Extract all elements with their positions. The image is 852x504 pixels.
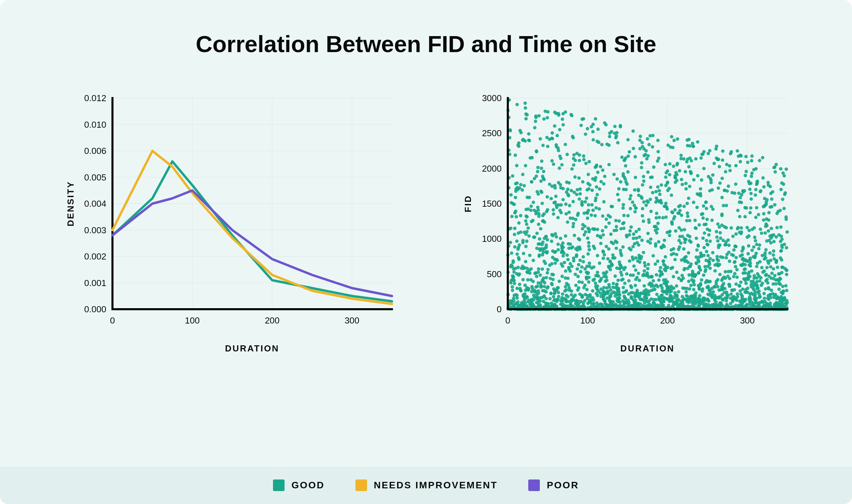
svg-point-1793 bbox=[533, 126, 536, 129]
svg-point-2772 bbox=[652, 301, 655, 304]
svg-point-1355 bbox=[780, 271, 783, 274]
svg-point-289 bbox=[677, 277, 681, 280]
svg-point-920 bbox=[727, 270, 730, 273]
svg-point-397 bbox=[754, 188, 758, 191]
svg-point-102 bbox=[585, 288, 589, 291]
svg-point-3048 bbox=[779, 304, 782, 308]
svg-point-2647 bbox=[644, 153, 647, 156]
svg-point-2390 bbox=[752, 168, 756, 171]
svg-point-2652 bbox=[608, 285, 611, 289]
svg-point-1639 bbox=[764, 200, 768, 204]
svg-point-607 bbox=[657, 189, 661, 192]
svg-point-2002 bbox=[664, 184, 668, 187]
svg-point-2789 bbox=[576, 246, 580, 249]
svg-point-1199 bbox=[678, 169, 681, 173]
svg-point-3028 bbox=[657, 298, 660, 301]
svg-point-1224 bbox=[582, 117, 585, 121]
svg-point-1592 bbox=[555, 300, 559, 303]
svg-point-1014 bbox=[773, 257, 776, 261]
svg-point-1258 bbox=[759, 227, 762, 231]
svg-point-2754 bbox=[567, 286, 571, 290]
svg-point-1449 bbox=[645, 199, 649, 203]
svg-point-2032 bbox=[750, 159, 753, 162]
svg-point-1954 bbox=[769, 259, 772, 262]
svg-point-1818 bbox=[619, 264, 622, 267]
svg-point-2693 bbox=[736, 295, 739, 299]
svg-point-2888 bbox=[591, 289, 594, 293]
svg-point-2779 bbox=[592, 138, 595, 142]
svg-point-2182 bbox=[573, 175, 577, 179]
svg-point-2521 bbox=[691, 295, 694, 298]
svg-point-2268 bbox=[512, 275, 515, 278]
svg-point-2859 bbox=[697, 244, 700, 248]
svg-point-2794 bbox=[782, 174, 786, 177]
svg-point-2156 bbox=[521, 265, 524, 268]
svg-point-2157 bbox=[592, 302, 595, 305]
svg-point-1807 bbox=[675, 271, 679, 274]
svg-point-1317 bbox=[739, 160, 742, 163]
svg-point-2891 bbox=[617, 300, 620, 303]
svg-point-720 bbox=[585, 188, 589, 192]
svg-point-1167 bbox=[564, 234, 567, 238]
svg-point-2635 bbox=[683, 228, 686, 232]
svg-point-2995 bbox=[623, 175, 626, 179]
svg-point-2405 bbox=[624, 188, 628, 191]
svg-point-2476 bbox=[533, 290, 536, 293]
svg-point-2459 bbox=[569, 113, 573, 116]
svg-point-2721 bbox=[756, 284, 759, 287]
svg-point-2759 bbox=[546, 116, 549, 120]
svg-point-317 bbox=[700, 178, 703, 182]
svg-point-1553 bbox=[755, 280, 759, 283]
svg-point-2516 bbox=[521, 173, 524, 176]
svg-point-1782 bbox=[546, 238, 549, 241]
svg-point-1179 bbox=[537, 267, 540, 271]
svg-point-392 bbox=[777, 287, 781, 291]
svg-point-2351 bbox=[587, 203, 590, 207]
svg-point-2408 bbox=[715, 300, 718, 304]
svg-point-2282 bbox=[528, 269, 531, 272]
svg-point-2334 bbox=[755, 287, 759, 290]
svg-point-853 bbox=[717, 186, 720, 190]
svg-point-2744 bbox=[622, 214, 626, 217]
svg-point-1687 bbox=[638, 147, 642, 151]
svg-point-331 bbox=[578, 198, 581, 201]
svg-point-1036 bbox=[750, 228, 754, 231]
svg-point-2574 bbox=[557, 203, 560, 207]
svg-point-2580 bbox=[660, 286, 664, 290]
svg-point-1324 bbox=[670, 135, 673, 138]
svg-point-2694 bbox=[584, 230, 587, 234]
svg-point-2630 bbox=[610, 300, 613, 303]
svg-point-838 bbox=[519, 214, 522, 217]
svg-point-1616 bbox=[597, 274, 600, 278]
svg-point-2116 bbox=[629, 296, 633, 300]
svg-point-1422 bbox=[765, 266, 769, 269]
svg-point-335 bbox=[641, 214, 644, 218]
svg-point-2745 bbox=[656, 259, 659, 263]
svg-point-3034 bbox=[717, 303, 720, 306]
svg-point-2585 bbox=[704, 302, 708, 306]
svg-point-1736 bbox=[607, 266, 611, 269]
svg-point-2071 bbox=[605, 245, 608, 248]
svg-point-2763 bbox=[527, 207, 530, 211]
svg-point-1008 bbox=[652, 166, 655, 169]
svg-point-1362 bbox=[580, 281, 584, 284]
svg-point-772 bbox=[684, 182, 688, 185]
svg-point-2820 bbox=[744, 282, 748, 285]
svg-text:0.004: 0.004 bbox=[84, 199, 106, 209]
svg-point-1383 bbox=[663, 245, 666, 248]
svg-point-2491 bbox=[517, 256, 520, 259]
svg-point-2670 bbox=[550, 273, 554, 276]
svg-point-2746 bbox=[694, 298, 698, 301]
svg-point-2414 bbox=[621, 299, 625, 303]
svg-point-2443 bbox=[678, 226, 681, 230]
svg-point-339 bbox=[598, 187, 601, 191]
svg-point-1883 bbox=[511, 174, 514, 178]
svg-point-2598 bbox=[775, 226, 779, 229]
legend-label-poor: POOR bbox=[547, 480, 579, 491]
svg-point-266 bbox=[634, 176, 637, 179]
svg-point-2397 bbox=[626, 299, 630, 302]
svg-point-2251 bbox=[779, 167, 782, 171]
svg-point-1473 bbox=[674, 229, 678, 233]
svg-point-1348 bbox=[660, 183, 663, 187]
svg-point-741 bbox=[628, 197, 632, 201]
